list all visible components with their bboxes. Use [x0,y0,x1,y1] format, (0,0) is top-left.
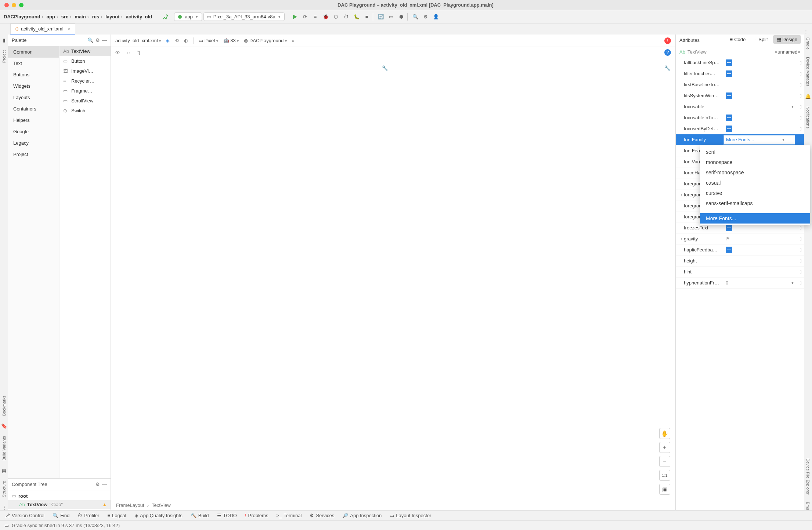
font-option[interactable]: cursive [700,188,810,198]
palette-category[interactable]: Buttons [8,69,59,80]
breadcrumb-item[interactable]: src [61,14,69,19]
tool-notifications[interactable]: Notifications [806,106,810,128]
bool-indicator[interactable] [726,126,732,132]
search-icon[interactable]: 🔍 [411,12,420,21]
more-fonts-option[interactable]: More Fonts... [700,213,810,224]
resource-picker-icon[interactable]: ▯ [800,82,802,87]
autoconnect-icon[interactable]: ⇅ [137,50,141,55]
chevron-down-icon[interactable]: ▼ [791,105,794,109]
breadcrumb-item[interactable]: DACPlayground [4,14,40,19]
font-option[interactable]: casual [700,178,810,188]
attribute-row[interactable]: firstBaselineTo…▯ [676,79,804,90]
resource-picker-icon[interactable]: ▯ [800,247,802,252]
zoom-fit-button[interactable]: ▣ [659,484,670,495]
folder-icon[interactable]: ▮ [3,37,6,43]
warning-icon[interactable]: ▲ [102,502,107,507]
view-mode-code[interactable]: ≡Code [726,35,750,44]
close-tab-icon[interactable]: × [68,26,71,32]
view-mode-design[interactable]: ▦Design [773,35,801,44]
more-icon[interactable]: » [292,38,295,43]
maximize-icon[interactable] [19,3,24,7]
bottom-tab[interactable]: ▭Layout Inspector [390,513,431,518]
palette-category[interactable]: Common [8,46,59,58]
breadcrumb[interactable]: DACPlayground›app›src›main›res›layout›ac… [4,14,152,19]
breadcrumb-item[interactable]: app [47,14,55,19]
tool-gradle[interactable]: Gradle [806,37,810,50]
palette-item[interactable]: ▭ScrollView [59,96,111,106]
error-indicator[interactable]: ! [664,37,671,44]
editor-breadcrumb[interactable]: FrameLayout › TextView [111,500,675,510]
device-type-selector[interactable]: ▭ Pixel ▾ [199,38,218,43]
resource-picker-icon[interactable]: ▯ [800,104,802,109]
design-canvas[interactable]: 🔧 🔧 ✋ + − 1:1 ▣ [111,58,675,500]
minimize-icon[interactable]: — [102,482,107,487]
tool-emulator[interactable]: Emu [806,502,810,510]
palette-category[interactable]: Project [8,149,59,160]
bool-indicator[interactable] [726,247,732,253]
attribute-row[interactable]: hyphenationFre…0▼▯ [676,277,804,288]
theme-selector[interactable]: ◎ DACPlayground ▾ [244,38,286,43]
attach-icon[interactable]: 🐛 [352,12,361,21]
attribute-row[interactable]: fitsSystemWind…▯ [676,90,804,101]
sync-icon[interactable]: 🔄 [376,12,385,21]
palette-category[interactable]: Google [8,126,59,137]
palette-item[interactable]: ≡Recycler… [59,76,111,86]
palette-category[interactable]: Containers [8,103,59,115]
chevron-down-icon[interactable]: ▼ [782,138,785,142]
attribute-row[interactable]: focusableInTou…▯ [676,112,804,123]
orientation-icon[interactable]: ⟲ [175,38,179,43]
attribute-row[interactable]: ›gravity⚑▯ [676,233,804,244]
attribute-row[interactable]: fontFamilyMore Fonts...▼ [676,134,804,145]
run-button[interactable] [290,12,299,21]
palette-category[interactable]: Helpers [8,115,59,126]
bottom-tab[interactable]: !Problems [245,513,268,518]
tool-project[interactable]: Project [2,50,6,63]
sdk-icon[interactable]: ⬢ [397,12,406,21]
chevron-right-icon[interactable]: › [679,236,684,242]
palette-item[interactable]: ▭Button [59,56,111,66]
minimize-icon[interactable] [12,3,16,7]
view-mode-split[interactable]: ⫞Split [751,35,771,44]
palette-category[interactable]: Widgets [8,80,59,92]
chevron-right-icon[interactable]: › [679,192,684,197]
tool-bookmarks[interactable]: Bookmarks [2,396,6,416]
palette-category[interactable]: Layouts [8,92,59,103]
bottom-tab[interactable]: ⎇Version Control [4,513,44,518]
resource-picker-icon[interactable]: ▯ [800,71,802,76]
palette-category[interactable]: Legacy [8,137,59,149]
resource-picker-icon[interactable]: ▯ [800,269,802,274]
night-icon[interactable]: ◐ [184,38,188,43]
file-tab[interactable]: ⟨⟩ activity_old_xml.xml × [10,23,75,35]
resource-picker-icon[interactable]: ▯ [800,225,802,230]
bottom-tab[interactable]: ⚙Services [310,513,334,518]
attribute-row[interactable]: height▯ [676,255,804,266]
close-icon[interactable] [4,3,9,7]
breadcrumb-item[interactable]: activity_old [126,14,152,19]
zoom-reset-button[interactable]: 1:1 [659,470,670,481]
minimize-icon[interactable]: — [102,37,107,43]
attribute-row[interactable]: fallbackLineSpa…▯ [676,57,804,68]
hammer-icon[interactable] [162,14,168,20]
gear-icon[interactable]: ⚙ [95,37,100,43]
bottom-tab[interactable]: ◈App Quality Insights [134,513,183,518]
attribute-row[interactable]: hint▯ [676,266,804,277]
bool-indicator[interactable] [726,115,732,121]
help-icon[interactable]: ? [664,49,671,56]
run-config-selector[interactable]: app ▼ [174,12,202,21]
breadcrumb-item[interactable]: layout [105,14,119,19]
tool-fileexplorer[interactable]: Device File Explorer [806,458,810,494]
tool-devicemanager[interactable]: Device Manager [806,57,810,86]
settings-icon[interactable]: ⚙ [421,12,430,21]
gear-icon[interactable]: ⚙ [95,482,100,487]
breadcrumb-item[interactable]: res [92,14,100,19]
font-option[interactable]: serif [700,147,810,157]
profiler-icon[interactable]: ⏱ [342,12,351,21]
resource-picker-icon[interactable]: ▯ [800,115,802,120]
file-selector[interactable]: activity_old_xml.xml ▾ [115,38,161,43]
bottom-tab[interactable]: ⏱Profiler [77,513,99,518]
palette-category[interactable]: Text [8,58,59,69]
user-icon[interactable]: 👤 [432,12,440,21]
bottom-tab[interactable]: 🔨Build [191,513,209,518]
resource-picker-icon[interactable]: ▯ [800,93,802,98]
font-option[interactable]: serif-monospace [700,167,810,178]
